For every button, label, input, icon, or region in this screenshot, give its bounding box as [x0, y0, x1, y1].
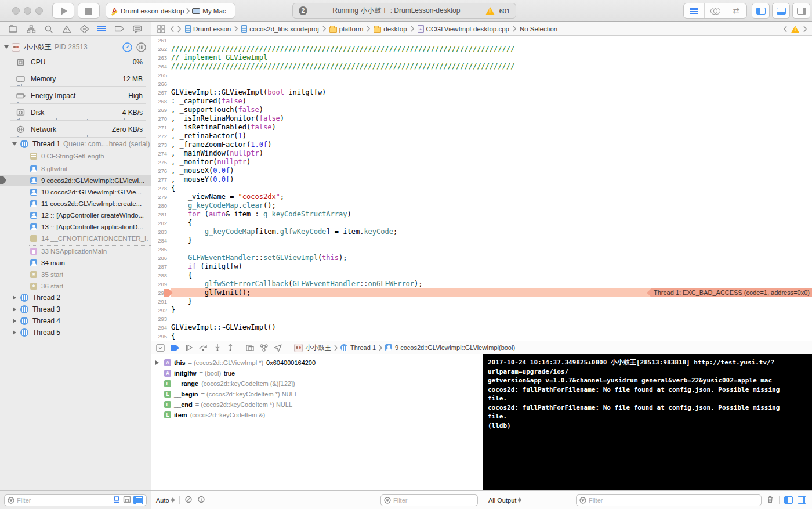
code-line[interactable]: 285 [151, 245, 812, 254]
breadcrumb-item[interactable]: desktop [374, 26, 407, 33]
breadcrumb-item[interactable]: No Selection [520, 26, 557, 33]
prev-issue-button[interactable] [783, 26, 787, 33]
variables-view[interactable]: Athis= (cocos2d::GLViewImpl *)0x60400016… [151, 354, 483, 490]
toggle-debug-area-button[interactable] [772, 3, 790, 19]
navigator-filter-field[interactable]: Filter [4, 494, 147, 506]
code-line[interactable]: 284 } [151, 236, 812, 245]
variables-filter-field[interactable]: Filter [380, 494, 478, 506]
source-control-navigator-icon[interactable] [26, 24, 37, 34]
code-line[interactable]: 291 } [151, 297, 812, 306]
debug-navigator-icon[interactable] [97, 24, 107, 34]
code-line[interactable]: 263// implement GLViewImpl [151, 53, 812, 62]
profile-gauge-icon[interactable] [122, 42, 132, 52]
code-line[interactable]: 286 GLFWEventHandler::setGLViewImpl(this… [151, 254, 812, 262]
breadcrumb-item[interactable]: +CCGLViewImpl-desktop.cpp [418, 25, 509, 33]
code-line[interactable]: 271, _isRetinaEnabled(false) [151, 123, 812, 132]
version-editor-button[interactable]: ⇄ [726, 3, 746, 18]
code-line[interactable]: 290 glfwInit();Thread 1: EXC_BAD_ACCESS … [151, 288, 812, 297]
code-line[interactable]: 275, _monitor(nullptr) [151, 158, 812, 167]
disclosure-triangle[interactable] [12, 142, 17, 146]
next-issue-button[interactable] [803, 26, 807, 33]
console-output[interactable]: 2017-10-24 10:14:37.349825+0800 小小鼓王[285… [483, 354, 812, 490]
disclosure-triangle[interactable] [13, 319, 16, 323]
code-line[interactable]: 264/////////////////////////////////////… [151, 62, 812, 71]
code-line[interactable]: 282 { [151, 219, 812, 228]
show-console-button[interactable] [798, 496, 806, 504]
code-line[interactable]: 277, _mouseY(0.0f) [151, 175, 812, 184]
quicklook-icon[interactable] [184, 496, 193, 505]
breadcrumb-item[interactable]: DrumLesson [185, 25, 231, 33]
code-line[interactable]: 269, _supportTouch(false) [151, 106, 812, 114]
window-zoom-button[interactable] [35, 7, 43, 15]
stack-frame-row[interactable]: 33 NSApplicationMain [0, 246, 151, 257]
scheme-selector[interactable]: A DrumLesson-desktop My Mac [106, 3, 235, 19]
code-line[interactable]: 283 g_keyCodeMap[item.glfwKeyCode] = ite… [151, 228, 812, 236]
pause-process-icon[interactable] [136, 42, 146, 52]
activity-status[interactable]: 2 Running 小小鼓王 : DrumLesson-desktop 601 [292, 3, 516, 19]
memory-graph-button[interactable] [260, 343, 268, 352]
gauge-row-energy-impact[interactable]: Energy ImpactHigh [0, 87, 151, 104]
code-line[interactable]: 288 { [151, 271, 812, 280]
code-line[interactable]: 266 [151, 80, 812, 88]
test-navigator-icon[interactable] [79, 24, 89, 34]
breadcrumb-item[interactable]: platform [329, 26, 364, 33]
report-navigator-icon[interactable] [132, 24, 143, 34]
gauge-row-cpu[interactable]: CPU0% [0, 53, 151, 70]
crumb-process[interactable]: 小小鼓王 [306, 344, 331, 352]
issue-navigator-icon[interactable] [61, 24, 72, 34]
related-items-icon[interactable] [156, 24, 166, 34]
code-line[interactable]: 273, _frameZoomFactor(1.0f) [151, 140, 812, 149]
code-line[interactable]: 294GLViewImpl::~GLViewImpl() [151, 323, 812, 332]
standard-editor-button[interactable] [684, 3, 705, 18]
stop-button[interactable] [78, 3, 100, 19]
continue-button[interactable] [186, 343, 193, 352]
stack-frame-row[interactable]: 34 main [0, 257, 151, 269]
disclosure-triangle[interactable] [155, 360, 159, 365]
filter-stack-icon[interactable] [123, 496, 131, 505]
warning-count[interactable]: 601 [499, 8, 510, 15]
variables-scope-popup[interactable]: Auto [156, 497, 175, 504]
code-line[interactable]: 287 if (initglfw) [151, 262, 812, 271]
gauge-row-memory[interactable]: Memory12 MB [0, 70, 151, 87]
gauge-label[interactable]: Memory [31, 75, 56, 83]
variable-row[interactable]: Athis= (cocos2d::GLViewImpl *)0x60400016… [151, 358, 483, 368]
scheme-name[interactable]: DrumLesson-desktop [121, 8, 184, 15]
gauge-label[interactable]: Network [31, 125, 56, 133]
console-output-popup[interactable]: All Output [488, 497, 521, 504]
run-target[interactable]: My Mac [202, 8, 226, 15]
toggle-inspector-button[interactable] [792, 3, 810, 19]
disclosure-triangle[interactable] [4, 45, 9, 49]
assistant-editor-button[interactable] [705, 3, 726, 18]
gauge-label[interactable]: Energy Impact [31, 92, 75, 100]
code-line[interactable]: 276, _mouseX(0.0f) [151, 167, 812, 175]
go-forward-button[interactable] [177, 26, 182, 33]
window-minimize-button[interactable] [24, 7, 31, 15]
code-line[interactable]: 272, _retinaFactor(1) [151, 132, 812, 140]
code-line[interactable]: 293 [151, 315, 812, 323]
thread-row[interactable]: Thread 4 [0, 315, 151, 327]
filter-flag-icon[interactable] [113, 496, 121, 505]
code-line[interactable]: 280 g_keyCodeMap.clear(); [151, 201, 812, 210]
stack-frame-row[interactable]: 8 glfwInit [0, 163, 151, 175]
clear-console-button[interactable] [766, 495, 774, 505]
code-line[interactable]: 281 for (auto& item : g_keyCodeStructArr… [151, 210, 812, 219]
code-line[interactable]: 268: _captured(false) [151, 97, 812, 106]
variable-row[interactable]: L__end= (cocos2d::keyCodeItem *) NULL [151, 399, 483, 410]
code-line[interactable]: 265 [151, 71, 812, 80]
code-line[interactable]: 295{ [151, 332, 812, 341]
code-line[interactable]: 270, _isInRetinaMonitor(false) [151, 114, 812, 123]
gauge-label[interactable]: CPU [31, 58, 45, 66]
code-line[interactable]: 278{ [151, 184, 812, 193]
window-close-button[interactable] [12, 7, 20, 15]
crash-annotation[interactable]: Thread 1: EXC_BAD_ACCESS (code=1, addres… [647, 288, 812, 297]
hide-debug-area-button[interactable] [156, 343, 165, 352]
stack-frame-row[interactable]: 14 __CFNOTIFICATIONCENTER_I... [0, 233, 151, 244]
code-line[interactable]: 289 glfwSetErrorCallback(GLFWEventHandle… [151, 280, 812, 288]
code-line[interactable]: 274, _mainWindow(nullptr) [151, 149, 812, 158]
stack-frame-row[interactable]: 13 ::-[AppController applicationD... [0, 221, 151, 233]
search-navigator-icon[interactable] [44, 24, 54, 34]
stack-frame-row[interactable]: 35 start [0, 269, 151, 280]
variable-row[interactable]: L__range(cocos2d::keyCodeItem (&)[122]) [151, 378, 483, 389]
breadcrumb-item[interactable]: cocos2d_libs.xcodeproj [241, 25, 319, 33]
stack-frame-row[interactable]: 0 CFStringGetLength [0, 150, 151, 162]
